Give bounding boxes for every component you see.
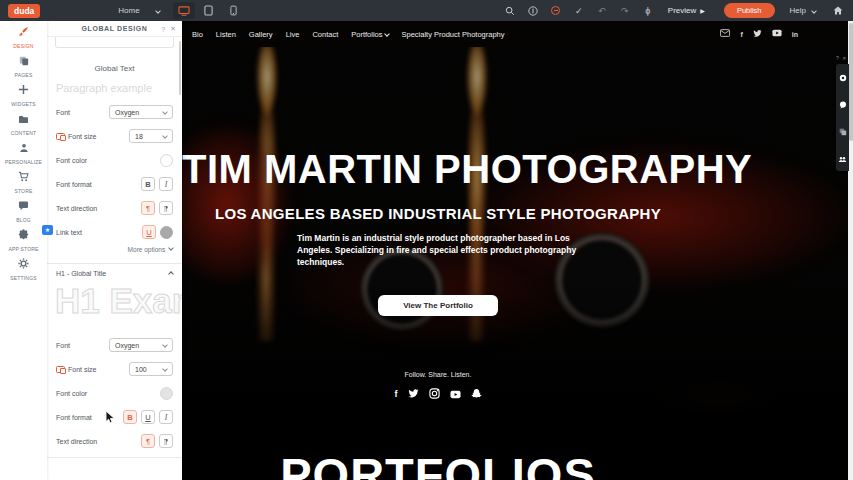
- page-selector[interactable]: Home: [118, 6, 159, 15]
- duda-logo[interactable]: duda: [8, 4, 40, 18]
- comment-icon: [18, 197, 29, 215]
- preview-button[interactable]: Preview ▶: [668, 6, 705, 15]
- h1-font-select[interactable]: Oxygen: [109, 338, 173, 352]
- feedback-icon[interactable]: [549, 4, 563, 18]
- chevron-down-icon: [155, 8, 161, 14]
- sidebar-item-app-store[interactable]: ★ APP STORE: [0, 224, 47, 253]
- hero-social-row: f: [182, 385, 694, 403]
- responsive-size-icon: [56, 133, 65, 140]
- panel-header: GLOBAL DESIGN ? ✕: [47, 21, 182, 37]
- info-icon[interactable]: [526, 4, 540, 18]
- font-size-select[interactable]: 18: [129, 129, 173, 143]
- sidebar-item-store[interactable]: STORE: [0, 166, 47, 195]
- paragraph-preview: Paragraph example: [47, 82, 182, 94]
- h1-underline-button[interactable]: U: [141, 410, 155, 424]
- nav-link-bio[interactable]: Bio: [192, 30, 203, 39]
- collaborators-icon[interactable]: [838, 149, 847, 167]
- link-underline-button[interactable]: U: [142, 225, 156, 239]
- sidebar-item-blog[interactable]: BLOG: [0, 195, 47, 224]
- youtube-icon[interactable]: [772, 29, 782, 39]
- sidebar-item-label: PAGES: [15, 72, 33, 78]
- ltr-button[interactable]: ¶: [141, 201, 155, 215]
- chevron-down-icon: [168, 245, 174, 251]
- dev-mode-icon[interactable]: ϕ: [641, 4, 655, 18]
- tablet-icon[interactable]: [198, 2, 220, 19]
- sidebar-item-pages[interactable]: PAGES: [0, 50, 47, 79]
- h1-bold-button[interactable]: B: [123, 410, 137, 424]
- chevron-down-icon: [162, 109, 168, 115]
- nav-link-portfolios[interactable]: Portfolios: [351, 30, 388, 39]
- sidebar-item-design[interactable]: DESIGN: [0, 21, 47, 50]
- chevron-down-icon: [811, 8, 817, 14]
- font-format-label: Font format: [56, 181, 92, 188]
- redo-icon[interactable]: ↷: [618, 4, 632, 18]
- home-icon[interactable]: [831, 4, 845, 18]
- sidebar-item-settings[interactable]: SETTINGS: [0, 253, 47, 282]
- nav-link-live[interactable]: Live: [286, 30, 300, 39]
- responsive-size-icon: [56, 366, 65, 373]
- scrolled-card-fragment: global style see below.: [55, 37, 174, 48]
- view-portfolio-button[interactable]: View The Portfolio: [378, 295, 498, 316]
- h1-ltr-button[interactable]: ¶: [141, 434, 155, 448]
- desktop-icon[interactable]: [173, 2, 195, 19]
- sidebar-item-content[interactable]: CONTENT: [0, 108, 47, 137]
- facebook-icon[interactable]: f: [395, 389, 398, 399]
- mobile-icon[interactable]: [223, 2, 245, 19]
- more-options-link[interactable]: More options: [47, 244, 182, 259]
- nav-link-specialty[interactable]: Specialty Product Photography: [402, 30, 505, 39]
- link-text-label: Link text: [56, 229, 82, 236]
- font-select[interactable]: Oxygen: [109, 105, 173, 119]
- h1-italic-button[interactable]: I: [159, 410, 173, 424]
- chevron-down-icon: [162, 366, 168, 372]
- twitter-icon[interactable]: [408, 385, 419, 403]
- nav-link-gallery[interactable]: Gallery: [249, 30, 273, 39]
- facebook-icon[interactable]: f: [740, 31, 742, 38]
- topbar: duda Home ✓ ↶ ↷: [0, 0, 853, 21]
- h1-preview: H1 Example: [47, 281, 182, 325]
- search-icon[interactable]: [503, 4, 517, 18]
- sidebar-item-personalize[interactable]: PERSONALIZE: [0, 137, 47, 166]
- instagram-icon[interactable]: [429, 385, 440, 403]
- h1-font-size-select[interactable]: 100: [129, 362, 173, 376]
- scrollbar-thumb[interactable]: [849, 23, 853, 141]
- nav-link-contact[interactable]: Contact: [312, 30, 338, 39]
- camera-icon[interactable]: [839, 68, 847, 86]
- sidebar-item-widgets[interactable]: WIDGETS: [0, 79, 47, 108]
- close-icon[interactable]: ✕: [170, 25, 176, 33]
- undo-icon[interactable]: ↶: [595, 4, 609, 18]
- nav-link-listen[interactable]: Listen: [216, 30, 236, 39]
- twitter-icon[interactable]: [753, 29, 762, 40]
- portfolios-heading: PORTFOLIOS: [182, 447, 694, 480]
- linkedin-icon[interactable]: in: [792, 31, 798, 38]
- italic-button[interactable]: I: [159, 177, 173, 191]
- panel-help-icon[interactable]: ?: [161, 26, 165, 33]
- sidebar-item-label: APP STORE: [8, 246, 38, 252]
- font-color-swatch[interactable]: [160, 154, 173, 167]
- link-color-swatch[interactable]: [160, 226, 173, 239]
- bold-button[interactable]: B: [141, 177, 155, 191]
- play-icon: ▶: [700, 7, 705, 14]
- email-icon[interactable]: [720, 29, 730, 39]
- youtube-icon[interactable]: [450, 385, 461, 403]
- comment-icon[interactable]: [839, 95, 847, 113]
- panel-scrollbar[interactable]: [179, 41, 181, 95]
- help-menu[interactable]: Help: [790, 6, 816, 15]
- h1-rtl-button[interactable]: ¶: [159, 434, 173, 448]
- snapchat-icon[interactable]: [471, 385, 482, 403]
- page-selector-label: Home: [118, 6, 139, 15]
- h1-section-header[interactable]: H1 - Global Title: [47, 264, 182, 277]
- check-icon[interactable]: ✓: [572, 4, 586, 18]
- site-nav: Bio Listen Gallery Live Contact Portfoli…: [182, 21, 848, 47]
- font-size-label: Font size: [68, 133, 96, 140]
- layers-icon[interactable]: [839, 122, 847, 140]
- sidebar-item-label: STORE: [14, 188, 32, 194]
- hero-title: TIM MARTIN PHOTOGRAPHY: [182, 147, 694, 192]
- font-size-label: Font size: [68, 366, 96, 373]
- global-text-heading: Global Text: [47, 64, 182, 73]
- app-window: duda Home ✓ ↶ ↷: [0, 0, 853, 480]
- h1-font-color-swatch[interactable]: [160, 387, 173, 400]
- rtl-button[interactable]: ¶: [159, 201, 173, 215]
- sidebar-item-label: BLOG: [16, 217, 31, 223]
- publish-button[interactable]: Publish: [724, 3, 775, 18]
- chevron-down-icon: [162, 342, 168, 348]
